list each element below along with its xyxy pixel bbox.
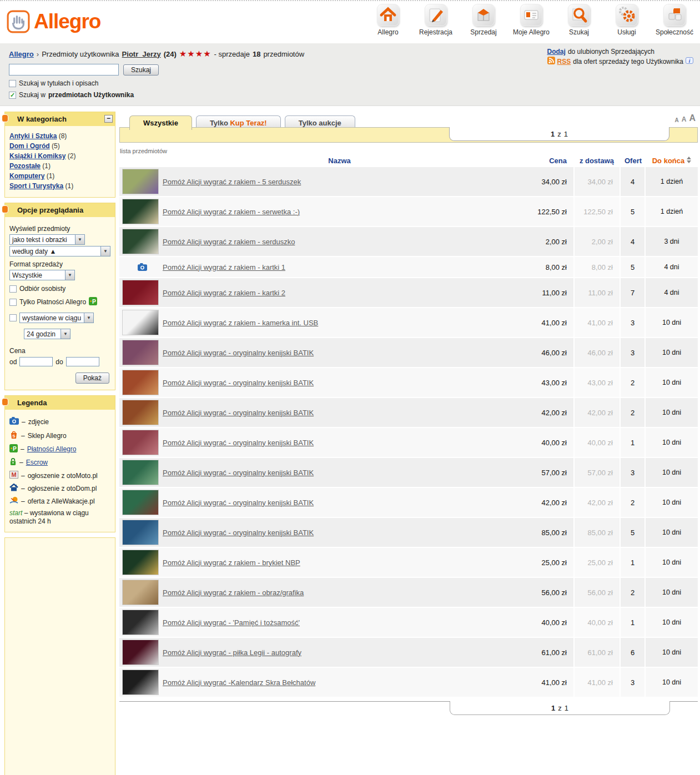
tab-wszystkie[interactable]: Wszystkie: [129, 115, 192, 130]
nav-item-spolecznosc[interactable]: Społeczność: [652, 4, 697, 36]
nav-item-rejestracja[interactable]: Rejestracja: [414, 4, 458, 36]
price-to-input[interactable]: [66, 357, 99, 366]
item-offers-count[interactable]: 2: [621, 398, 646, 427]
user-rating-count[interactable]: (24): [164, 50, 177, 58]
item-title-link[interactable]: Pomóż Alicji wygrać - oryginalny kenijsk…: [163, 349, 314, 357]
item-offers-count[interactable]: 5: [621, 257, 646, 277]
item-title-link[interactable]: Pomóż Alicji wygrać z rakiem - serwetka …: [163, 208, 300, 216]
info-icon[interactable]: i: [686, 57, 693, 67]
item-offers-count[interactable]: 3: [621, 458, 646, 487]
item-title-link[interactable]: Pomóż Alicji wygrać z rakiem - brykiet N…: [163, 558, 300, 567]
item-offers-count[interactable]: 3: [621, 338, 646, 367]
item-thumbnail[interactable]: [119, 518, 163, 547]
item-thumbnail[interactable]: [119, 227, 163, 256]
item-offers-count[interactable]: 1: [621, 608, 646, 637]
user-link[interactable]: Piotr_Jerzy: [122, 50, 161, 58]
column-header-name[interactable]: Nazwa: [163, 157, 516, 165]
hours-select[interactable]: 24 godzin▼: [24, 329, 70, 339]
pickup-checkbox[interactable]: [9, 285, 17, 293]
column-header-with-delivery[interactable]: z dostawą: [573, 157, 621, 165]
item-title-link[interactable]: Pomóż Alicji wygrać - 'Pamięć i tożsamoś…: [163, 618, 300, 627]
item-title-link[interactable]: Pomóż Alicji wygrać - oryginalny kenijsk…: [163, 469, 314, 477]
item-thumbnail[interactable]: [119, 488, 163, 517]
column-header-offers[interactable]: Ofert: [621, 157, 646, 165]
search-titles-checkbox[interactable]: [9, 80, 16, 87]
collapse-button[interactable]: −: [104, 115, 113, 123]
listed-within-select[interactable]: wystawione w ciągu▼: [19, 313, 94, 323]
item-title-link[interactable]: Pomóż Alicji wygrać - oryginalny kenijsk…: [163, 409, 314, 417]
item-thumbnail[interactable]: [119, 308, 163, 337]
item-title-link[interactable]: Pomóż Alicji wygrać z rakiem - 5 serdusz…: [163, 178, 301, 186]
item-title-link[interactable]: Pomóż Alicji wygrać - piłka Legii - auto…: [163, 648, 301, 657]
nav-item-sprzedaj[interactable]: Sprzedaj: [461, 4, 506, 36]
payments-only-option[interactable]: Tylko Płatności Allegro P: [9, 297, 110, 307]
breadcrumb-allegro-link[interactable]: Allegro: [9, 50, 34, 58]
category-link[interactable]: Sport i Turystyka: [9, 182, 63, 190]
category-link[interactable]: Dom i Ogród: [9, 142, 50, 150]
item-thumbnail[interactable]: [119, 338, 163, 367]
payments-only-checkbox[interactable]: [9, 299, 17, 306]
item-offers-count[interactable]: 2: [621, 578, 646, 607]
item-thumbnail[interactable]: [119, 428, 163, 457]
pickup-option[interactable]: Odbiór osobisty: [9, 285, 110, 293]
item-offers-count[interactable]: 3: [621, 668, 646, 697]
view-mode-select[interactable]: jako tekst i obrazki▼: [9, 234, 85, 245]
item-thumbnail[interactable]: [119, 278, 163, 307]
search-button[interactable]: Szukaj: [123, 64, 159, 76]
price-from-input[interactable]: [19, 357, 53, 366]
item-offers-count[interactable]: 4: [621, 167, 646, 196]
item-thumbnail[interactable]: [119, 638, 163, 667]
nav-item-allegro[interactable]: Allegro: [366, 4, 410, 36]
search-input[interactable]: [9, 64, 119, 76]
nav-item-szukaj[interactable]: Szukaj: [557, 4, 601, 36]
nav-item-moje-allegro[interactable]: Moje Allegro: [509, 4, 553, 36]
add-favorite-seller-link[interactable]: Dodaj: [547, 47, 566, 57]
item-title-link[interactable]: Pomóż Alicji wygrać - oryginalny kenijsk…: [163, 379, 314, 387]
item-thumbnail[interactable]: [119, 197, 163, 226]
font-size-small-button[interactable]: A: [675, 117, 679, 123]
item-thumbnail[interactable]: [119, 608, 163, 637]
category-link[interactable]: Książki i Komiksy: [9, 152, 66, 160]
item-offers-count[interactable]: 1: [621, 428, 646, 457]
item-thumbnail[interactable]: [119, 668, 163, 697]
item-title-link[interactable]: Pomóż Alicji wygrać - oryginalny kenijsk…: [163, 499, 314, 507]
search-in-titles-option[interactable]: Szukaj w tytułach i opisach: [9, 79, 692, 87]
font-size-medium-button[interactable]: A: [682, 115, 687, 123]
allegro-logo[interactable]: Allegro: [7, 10, 100, 33]
legend-link[interactable]: Płatności Allegro: [27, 445, 77, 453]
rss-link[interactable]: RSS: [557, 57, 571, 67]
item-title-link[interactable]: Pomóż Alicji wygrać z rakiem - serduszko: [163, 238, 295, 246]
item-offers-count[interactable]: 7: [621, 278, 646, 307]
category-link[interactable]: Antyki i Sztuka: [9, 132, 57, 140]
column-header-price[interactable]: Cena: [516, 157, 573, 165]
font-size-large-button[interactable]: A: [689, 113, 696, 123]
item-thumbnail[interactable]: [119, 458, 163, 487]
column-header-ends[interactable]: Do końca: [646, 157, 698, 165]
item-offers-count[interactable]: 2: [621, 368, 646, 397]
item-title-link[interactable]: Pomóż Alicji wygrać z rakiem - kamerka i…: [163, 319, 318, 327]
sale-format-select[interactable]: Wszystkie▼: [9, 270, 75, 280]
item-thumbnail[interactable]: [119, 368, 163, 397]
sort-select[interactable]: według daty ▲▼: [9, 246, 110, 256]
item-offers-count[interactable]: 3: [621, 308, 646, 337]
item-thumbnail[interactable]: [119, 167, 163, 196]
item-title-link[interactable]: Pomóż Alicji wygrać - oryginalny kenijsk…: [163, 529, 314, 537]
item-offers-count[interactable]: 6: [621, 638, 646, 667]
legend-link[interactable]: Escrow: [26, 459, 48, 466]
nav-item-uslugi[interactable]: Usługi: [605, 4, 649, 36]
item-title-link[interactable]: Pomóż Alicji wygrać z rakiem - kartki 1: [163, 263, 285, 271]
item-title-link[interactable]: Pomóż Alicji wygrać -Kalendarz Skra Bełc…: [163, 678, 315, 687]
search-user-items-checkbox[interactable]: ✓: [9, 92, 16, 99]
item-title-link[interactable]: Pomóż Alicji wygrać z rakiem - obraz/gra…: [163, 588, 304, 597]
item-thumbnail[interactable]: [119, 398, 163, 427]
show-button[interactable]: Pokaż: [75, 373, 109, 384]
item-offers-count[interactable]: 4: [621, 227, 646, 256]
item-offers-count[interactable]: 2: [621, 488, 646, 517]
item-offers-count[interactable]: 5: [621, 518, 646, 547]
item-offers-count[interactable]: 5: [621, 197, 646, 226]
listed-within-checkbox[interactable]: [9, 314, 17, 321]
category-link[interactable]: Komputery: [9, 172, 44, 180]
item-thumbnail[interactable]: [119, 578, 163, 607]
item-title-link[interactable]: Pomóż Alicji wygrać z rakiem - kartki 2: [163, 289, 285, 297]
category-link[interactable]: Pozostałe: [9, 162, 41, 170]
